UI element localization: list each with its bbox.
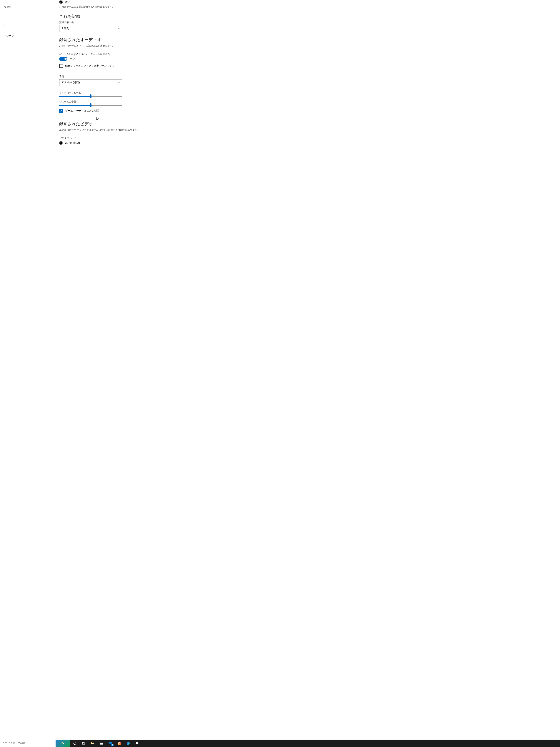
taskbar-search[interactable]: ここに入力して検索	[0, 740, 56, 747]
toggle-state-label: オン	[70, 57, 75, 60]
radio-off[interactable]	[59, 0, 63, 4]
settings-window: ne Bar 。 トワーク オフ これはゲームの品質に影響する可能性があります。…	[0, 0, 560, 740]
slider-thumb[interactable]	[90, 94, 91, 98]
main-pane: オフ これはゲームの品質に影響する可能性があります。 これを記録 記録の最大長 …	[52, 0, 560, 740]
svg-rect-7	[101, 744, 102, 744]
weather-icon	[61, 741, 65, 745]
svg-rect-2	[82, 743, 84, 744]
folder-icon	[90, 741, 95, 745]
recorded-audio-heading: 録音されたオーディオ	[59, 37, 553, 43]
cursor-icon	[96, 117, 99, 121]
sidebar-item-unknown[interactable]: 。	[0, 22, 52, 28]
taskbar-weather[interactable]	[56, 740, 70, 747]
mic-volume-label: マイクのボリューム	[59, 91, 553, 95]
taskbar-icons: 2	[70, 740, 141, 747]
edge-icon	[126, 741, 130, 745]
svg-rect-4	[91, 743, 94, 744]
system-volume-slider[interactable]	[59, 105, 122, 106]
cortana-icon	[73, 741, 77, 745]
svg-point-1	[74, 742, 76, 745]
svg-point-0	[62, 742, 63, 743]
taskbar: ここに入力して検索	[0, 740, 560, 747]
recorded-audio-desc: お使いのゲームとマイクの記録方法を変更します。	[59, 44, 553, 47]
system-volume-block: システムの音量	[59, 100, 553, 106]
audio-quality-dropdown[interactable]: 128 kbps (推奨)	[59, 79, 122, 86]
sidebar-item-label: トワーク	[4, 34, 14, 37]
taskbar-instagram[interactable]	[115, 740, 124, 747]
record-audio-toggle[interactable]	[59, 57, 68, 61]
record-audio-toggle-label: ゲームを記録するときにオーディオを録音する	[59, 53, 553, 56]
mic-volume-slider[interactable]	[59, 96, 122, 97]
taskbar-store[interactable]	[97, 740, 106, 747]
radio-30fps[interactable]	[59, 141, 63, 145]
search-placeholder: ここに入力して検索	[2, 742, 26, 745]
svg-point-12	[120, 742, 121, 743]
svg-rect-8	[102, 744, 102, 744]
radio-off-label: オフ	[65, 0, 70, 3]
max-length-dropdown[interactable]: 2 時間	[59, 25, 122, 32]
chevron-down-icon	[117, 27, 120, 30]
sidebar-item-label: ne Bar	[4, 5, 11, 8]
chevron-down-icon	[117, 81, 120, 84]
dropdown-value: 128 kbps (推奨)	[62, 81, 80, 84]
svg-rect-5	[101, 743, 102, 744]
audio-quality-label: 音質	[59, 75, 553, 78]
game-audio-only-row: ゲーム オーディオのみの録音	[59, 109, 553, 113]
game-audio-only-label: ゲーム オーディオのみの録音	[65, 109, 100, 112]
recorded-video-heading: 録画されたビデオ	[59, 121, 553, 127]
taskbar-edge[interactable]	[124, 740, 133, 747]
recorded-video-desc: 高品質のビデオ キャプチャはゲームの品質に影響する可能性があります。	[59, 128, 553, 132]
taskbar-taskview[interactable]	[79, 740, 88, 747]
taskbar-mail[interactable]: 2	[106, 740, 115, 747]
store-icon	[100, 741, 104, 745]
record-this-heading: これを記録	[59, 14, 553, 19]
radio-30fps-label: 30 fps (推奨)	[65, 141, 80, 145]
sidebar: ne Bar 。 トワーク	[0, 0, 52, 740]
mic-default-label: 録音するときにマイクを既定でオンにする	[65, 64, 114, 68]
gear-icon	[135, 741, 139, 745]
slider-thumb[interactable]	[90, 103, 91, 107]
framerate-label: ビデオ フレーム レート	[59, 137, 553, 140]
taskbar-cortana[interactable]	[70, 740, 79, 747]
mic-default-checkbox[interactable]	[59, 64, 63, 68]
instagram-icon	[117, 741, 121, 745]
taskbar-explorer[interactable]	[88, 740, 97, 747]
sidebar-item-gamebar[interactable]: ne Bar	[0, 4, 52, 10]
sidebar-item-network[interactable]: トワーク	[0, 32, 52, 39]
taskview-icon	[82, 741, 86, 745]
mic-volume-block: マイクのボリューム	[59, 91, 553, 97]
record-audio-toggle-row: オン	[59, 57, 553, 61]
system-volume-label: システムの音量	[59, 100, 553, 103]
mail-badge: 2	[111, 744, 114, 746]
mic-default-row: 録音するときにマイクを既定でオンにする	[59, 64, 553, 68]
game-audio-only-checkbox[interactable]	[59, 109, 63, 113]
svg-rect-6	[102, 743, 102, 744]
background-record-off-row: オフ	[59, 0, 553, 4]
max-length-label: 記録の最大長	[59, 21, 553, 24]
background-record-desc: これはゲームの品質に影響する可能性があります。	[59, 5, 553, 8]
dropdown-value: 2 時間	[62, 27, 69, 30]
framerate-30-row: 30 fps (推奨)	[59, 141, 553, 145]
sidebar-item-label: 。	[4, 23, 6, 26]
taskbar-settings[interactable]	[133, 740, 141, 747]
